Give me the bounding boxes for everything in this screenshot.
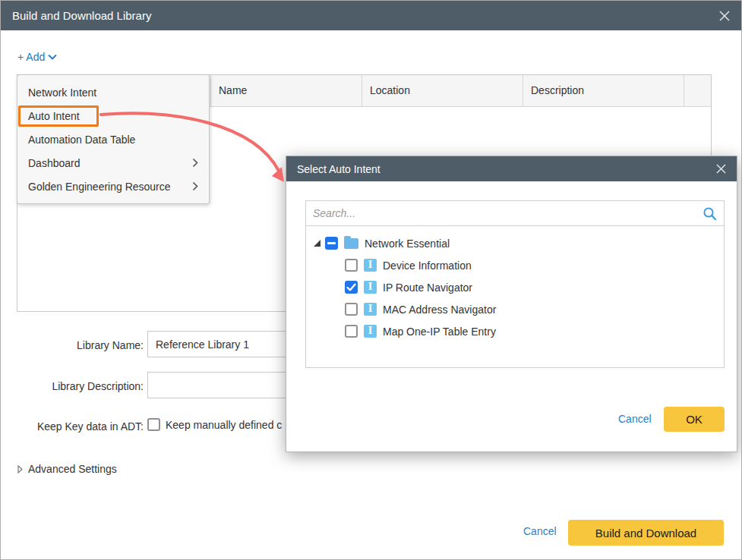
- menu-item-dashboard[interactable]: Dashboard: [17, 151, 209, 175]
- keep-key-label: Keep Key data in ADT:: [11, 420, 144, 433]
- modal-close-icon[interactable]: [716, 164, 726, 174]
- table-header-name[interactable]: Name: [210, 75, 362, 106]
- submenu-chevron-icon: [192, 158, 198, 168]
- keep-key-checkbox[interactable]: [147, 418, 160, 431]
- root-checkbox-indeterminate[interactable]: [325, 237, 338, 250]
- modal-ok-button[interactable]: OK: [664, 407, 725, 432]
- menu-item-label: Auto Intent: [28, 110, 198, 122]
- menu-item-auto-intent[interactable]: Auto Intent: [17, 104, 209, 127]
- table-header-location[interactable]: Location: [362, 75, 523, 106]
- tree-node-label: Map One-IP Table Entry: [383, 326, 496, 338]
- add-dropdown-menu: Network Intent Auto Intent Automation Da…: [17, 74, 210, 204]
- modal-cancel-button[interactable]: Cancel: [618, 413, 652, 425]
- library-name-label: Library Name:: [22, 339, 144, 351]
- auto-intent-tree: Network Essential I Device Information I…: [305, 225, 725, 368]
- modal-title: Select Auto Intent: [297, 163, 380, 175]
- menu-item-label: Golden Engineering Resource: [28, 181, 192, 193]
- advanced-settings-toggle[interactable]: Advanced Settings: [17, 463, 117, 475]
- keep-key-row: Keep manually defined c: [147, 418, 282, 431]
- folder-icon: [344, 238, 358, 249]
- intent-icon: I: [364, 259, 377, 272]
- intent-icon: I: [364, 325, 377, 338]
- chevron-down-icon: [48, 54, 57, 60]
- select-auto-intent-modal: Select Auto Intent Network Essential: [286, 156, 737, 452]
- tree-node-ip-route-navigator[interactable]: I IP Route Navigator: [314, 276, 724, 298]
- item-checkbox-checked[interactable]: [345, 281, 358, 294]
- menu-item-label: Dashboard: [28, 157, 192, 169]
- tree-expand-icon[interactable]: [314, 240, 320, 247]
- add-button[interactable]: + Add: [17, 51, 57, 63]
- search-icon[interactable]: [703, 206, 717, 221]
- tree-node-label: IP Route Navigator: [383, 282, 472, 294]
- item-checkbox[interactable]: [345, 303, 358, 316]
- table-header-extra: [684, 75, 711, 106]
- menu-item-label: Network Intent: [28, 87, 198, 99]
- keep-key-checkbox-label: Keep manually defined c: [166, 419, 282, 431]
- tree-node-label: Network Essential: [365, 238, 450, 250]
- library-description-label: Library Description:: [22, 380, 144, 392]
- menu-item-label: Automation Data Table: [28, 134, 198, 146]
- expander-triangle-icon: [17, 465, 23, 473]
- menu-item-automation-data-table[interactable]: Automation Data Table: [17, 127, 209, 151]
- build-download-library-dialog: Build and Download Library + Add Name Lo…: [0, 0, 742, 560]
- advanced-settings-label: Advanced Settings: [28, 463, 117, 475]
- menu-item-network-intent[interactable]: Network Intent: [17, 80, 209, 104]
- submenu-chevron-icon: [192, 181, 198, 191]
- tree-node-device-information[interactable]: I Device Information: [314, 254, 724, 276]
- dialog-cancel-button[interactable]: Cancel: [523, 525, 557, 537]
- tree-node-label: MAC Address Navigator: [383, 304, 496, 316]
- tree-node-mac-address-navigator[interactable]: I MAC Address Navigator: [314, 298, 724, 320]
- tree-node-label: Device Information: [383, 260, 472, 272]
- tree-node-map-one-ip-table-entry[interactable]: I Map One-IP Table Entry: [314, 320, 724, 342]
- modal-titlebar: Select Auto Intent: [286, 156, 737, 181]
- tree-node-network-essential[interactable]: Network Essential: [314, 232, 724, 254]
- intent-icon: I: [364, 303, 377, 316]
- table-header-description[interactable]: Description: [523, 75, 684, 106]
- build-and-download-button[interactable]: Build and Download: [568, 520, 724, 546]
- item-checkbox[interactable]: [345, 325, 358, 338]
- dialog-title: Build and Download Library: [12, 9, 151, 22]
- intent-icon: I: [364, 281, 377, 294]
- close-icon[interactable]: [719, 11, 730, 21]
- dialog-titlebar: Build and Download Library: [1, 1, 741, 30]
- menu-item-golden-engineering-resource[interactable]: Golden Engineering Resource: [17, 175, 209, 198]
- search-input[interactable]: [313, 207, 703, 219]
- add-button-label: + Add: [17, 51, 45, 63]
- item-checkbox[interactable]: [345, 259, 358, 272]
- modal-search-box: [305, 200, 725, 226]
